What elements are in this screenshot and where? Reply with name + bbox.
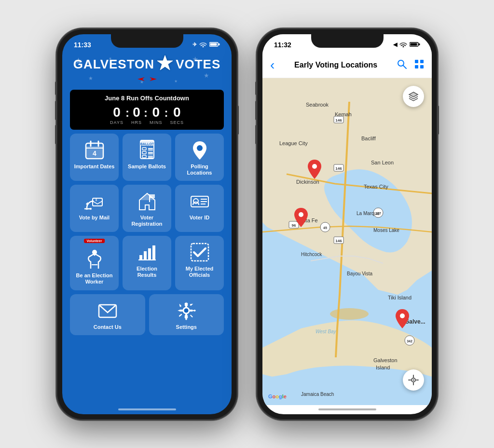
back-button[interactable]: ‹: [270, 57, 274, 73]
power-button[interactable]: [237, 106, 239, 135]
silent-switch[interactable]: [55, 81, 57, 95]
map-title: Early Voting Locations: [294, 61, 377, 69]
menu-item-sample-ballots[interactable]: BALLOT Sample Ballots: [123, 134, 171, 181]
svg-text:146: 146: [335, 166, 342, 171]
logo-area: ★ ★ ★ ★ ★ ★ ★ GALVESTON ↙ ↘: [70, 51, 224, 86]
countdown-days: 0 DAYS: [110, 106, 124, 125]
menu-label-polling-locations: Polling Locations: [179, 163, 220, 176]
house-flag-icon: [135, 190, 160, 212]
grid-button[interactable]: [414, 59, 424, 71]
right-status-time: 11:32: [274, 41, 291, 49]
mailbox-icon: [82, 190, 107, 212]
ballot-icon: BALLOT: [135, 139, 160, 161]
right-volume-down[interactable]: [255, 125, 257, 144]
phone-content: ★ ★ ★ ★ ★ ★ ★ GALVESTON ↙ ↘: [62, 51, 232, 407]
svg-text:Jamaica Beach: Jamaica Beach: [301, 392, 334, 397]
svg-point-109: [312, 164, 317, 169]
id-card-icon: [187, 190, 212, 212]
svg-point-110: [299, 212, 303, 217]
svg-point-67: [398, 60, 404, 66]
bar-chart-icon: [135, 242, 160, 263]
status-icons: ✈: [192, 41, 220, 48]
volume-up-button[interactable]: [55, 101, 57, 120]
svg-text:Kemah: Kemah: [335, 111, 352, 117]
search-button[interactable]: [397, 59, 407, 71]
svg-rect-45: [144, 251, 147, 260]
svg-rect-23: [142, 155, 146, 158]
svg-line-68: [403, 66, 406, 68]
svg-rect-46: [148, 248, 151, 260]
svg-rect-32: [96, 198, 97, 201]
notch: [111, 34, 183, 48]
countdown-numbers: 0 DAYS : 0 HRS : 0 MINS : 0: [76, 106, 218, 125]
countdown-mins: 0 MINS: [150, 106, 163, 125]
map-container[interactable]: 146 146 45 197 96 146 342: [262, 78, 432, 405]
layers-button[interactable]: [403, 86, 424, 107]
svg-marker-10: [157, 55, 173, 70]
logo-star: ↙ ↘: [156, 54, 174, 74]
menu-item-election-results[interactable]: Election Results: [123, 236, 171, 290]
left-phone-frame: 11:33 ✈: [56, 28, 237, 420]
menu-label-contact-us: Contact Us: [94, 324, 122, 330]
right-home-indicator[interactable]: [318, 408, 376, 410]
svg-rect-1: [210, 43, 217, 45]
svg-text:San Leon: San Leon: [371, 160, 394, 165]
svg-text:4: 4: [93, 149, 96, 157]
svg-rect-69: [415, 60, 418, 63]
menu-item-elected-officials[interactable]: My Elected Officials: [175, 236, 224, 290]
menu-item-polling-locations[interactable]: Polling Locations: [175, 134, 224, 181]
menu-item-contact-us[interactable]: Contact Us: [70, 294, 145, 335]
gear-icon: [174, 300, 199, 321]
map-actions: [397, 59, 424, 71]
menu-item-settings[interactable]: Settings: [149, 294, 224, 335]
menu-item-election-worker[interactable]: Volunteer Be an Election Worker: [70, 236, 119, 290]
menu-label-sample-ballots: Sample Ballots: [128, 163, 166, 170]
menu-label-election-results: Election Results: [126, 266, 167, 278]
svg-rect-66: [419, 43, 420, 45]
logo-votes: VOTES: [176, 57, 220, 72]
volunteer-icon: [82, 248, 107, 270]
right-wifi-icon: [399, 41, 407, 48]
right-silent[interactable]: [255, 81, 257, 95]
location-button[interactable]: [403, 369, 424, 391]
svg-point-30: [197, 145, 203, 151]
svg-point-34: [90, 208, 92, 210]
map-header: ‹ Early Voting Locations: [262, 51, 432, 78]
svg-point-111: [400, 313, 405, 318]
home-indicator[interactable]: [118, 408, 176, 410]
volume-down-button[interactable]: [55, 125, 57, 144]
countdown-sep-3: :: [164, 107, 168, 119]
right-location-icon: ◀: [393, 41, 397, 48]
svg-text:146: 146: [335, 239, 342, 243]
menu-item-important-dates[interactable]: 4 Important Dates: [70, 134, 119, 181]
menu-label-settings: Settings: [176, 324, 197, 330]
svg-text:Hitchcock: Hitchcock: [301, 252, 322, 257]
right-power[interactable]: [437, 106, 439, 135]
menu-grid: 4 Important Dates BALLOT: [70, 134, 224, 290]
menu-label-important-dates: Important Dates: [74, 163, 115, 170]
menu-item-voter-id[interactable]: Voter ID: [175, 185, 224, 232]
svg-rect-65: [411, 43, 417, 45]
logo-text: GALVESTON ↙ ↘ VOTES: [70, 54, 224, 74]
svg-rect-22: [142, 151, 146, 154]
svg-point-113: [413, 379, 414, 380]
menu-label-voter-registration: Voter Registration: [126, 215, 167, 227]
svg-text:96: 96: [292, 223, 296, 228]
svg-rect-72: [420, 65, 424, 68]
svg-text:146: 146: [335, 118, 342, 122]
svg-text:Tiki Island: Tiki Island: [388, 295, 412, 300]
svg-text:Galveston: Galveston: [373, 357, 398, 363]
menu-item-vote-by-mail[interactable]: Vote by Mail: [70, 185, 119, 232]
svg-text:Texas City: Texas City: [364, 184, 388, 190]
svg-rect-36: [150, 194, 155, 198]
status-time: 11:33: [74, 41, 91, 49]
right-volume-up[interactable]: [255, 101, 257, 120]
google-logo: Google: [268, 394, 287, 399]
svg-text:West Bay: West Bay: [316, 329, 337, 334]
menu-label-voter-id: Voter ID: [190, 215, 209, 221]
svg-text:Moses Lake: Moses Lake: [373, 228, 399, 233]
menu-item-voter-registration[interactable]: Voter Registration: [123, 185, 171, 232]
right-phone-frame: 11:32 ◀: [257, 28, 438, 420]
logo-galveston: GALVESTON: [73, 57, 154, 72]
pin-icon: [187, 139, 212, 161]
